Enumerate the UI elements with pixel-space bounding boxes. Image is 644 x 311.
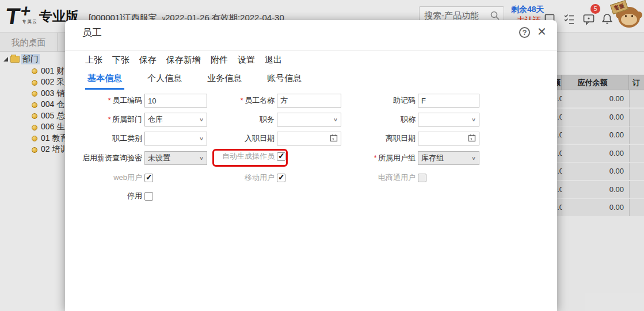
leave-date-field: 离职日期 [342, 132, 479, 145]
form-row: *所属部门仓库∨职务∨职称∨ [65, 113, 557, 128]
position-select[interactable]: ∨ [277, 113, 341, 126]
chevron-down-icon: ∨ [471, 117, 476, 122]
hire-date-field: 入职日期 [209, 132, 341, 145]
exit-button[interactable]: 退出 [265, 55, 282, 66]
dialog-title: 员工 [82, 26, 102, 39]
calendar-icon [468, 134, 476, 144]
salary-query-password-field: 启用薪资查询验密未设置∨ [67, 151, 207, 165]
employee-code-label: *员工编码 [67, 95, 142, 106]
leave-date-label: 离职日期 [342, 133, 416, 144]
web-user-label: web用户 [67, 172, 142, 183]
web-user-field: web用户 [67, 172, 153, 183]
salary-query-password-value: 未设置 [148, 153, 170, 163]
user-group-field: *所属用户组库存组∨ [342, 151, 479, 165]
job-title-select[interactable]: ∨ [418, 113, 479, 126]
title-divider [65, 50, 557, 51]
next-record-button[interactable]: 下张 [112, 55, 129, 66]
close-icon[interactable]: ✕ [537, 25, 547, 39]
tab-personal-info[interactable]: 个人信息 [145, 72, 184, 90]
salary-query-password-label: 启用薪资查询验密 [67, 153, 142, 163]
department-select[interactable]: 仓库∨ [144, 113, 207, 126]
employee-category-field: 职工类别∨ [67, 132, 207, 145]
mobile-user-field: 移动用户 [209, 172, 285, 183]
ecommerce-user-checkbox[interactable] [418, 174, 426, 182]
employee-code-field: *员工编码 [67, 94, 207, 107]
auto-create-operator-checkbox[interactable] [277, 152, 285, 161]
help-icon[interactable]: ? [519, 27, 530, 38]
tab-account-info[interactable]: 账号信息 [265, 72, 304, 90]
job-title-field: 职称∨ [342, 113, 479, 126]
hire-date-input[interactable] [277, 132, 341, 145]
employee-dialog: 员工 ? ✕ 上张下张保存保存新增附件设置退出 基本信息个人信息业务信息账号信息… [65, 20, 557, 311]
mnemonic-code-label: 助记码 [342, 95, 416, 106]
attachment-button[interactable]: 附件 [211, 55, 228, 66]
chevron-down-icon: ∨ [199, 136, 204, 141]
employee-name-field: *员工名称 [209, 94, 341, 107]
required-asterisk: * [240, 97, 243, 105]
prev-record-button[interactable]: 上张 [85, 55, 102, 66]
required-asterisk: * [374, 154, 376, 162]
job-title-label: 职称 [342, 114, 416, 125]
ecommerce-user-label: 电商通用户 [342, 172, 416, 183]
tab-basic-info[interactable]: 基本信息 [85, 72, 124, 90]
user-group-label: *所属用户组 [342, 153, 416, 163]
form-row: *员工编码*员工名称助记码 [65, 94, 557, 109]
disable-employee-label: 停用 [67, 191, 142, 201]
calendar-icon [330, 134, 338, 144]
chevron-down-icon: ∨ [471, 155, 476, 161]
mobile-user-label: 移动用户 [209, 172, 275, 183]
save-button[interactable]: 保存 [139, 55, 157, 66]
form-row: 职工类别∨入职日期离职日期 [65, 132, 557, 147]
salary-query-password-select[interactable]: 未设置∨ [144, 151, 207, 165]
employee-category-label: 职工类别 [67, 133, 142, 144]
form-row: 启用薪资查询验密未设置∨自动生成操作员*所属用户组库存组∨ [65, 151, 557, 166]
disable-employee-checkbox[interactable] [144, 192, 153, 201]
form-row: 停用 [65, 191, 557, 206]
chevron-down-icon: ∨ [199, 155, 204, 161]
ecommerce-user-field: 电商通用户 [342, 172, 426, 183]
employee-code-input[interactable] [144, 94, 207, 107]
auto-create-operator-label: 自动生成操作员 [209, 151, 275, 162]
department-label: *所属部门 [67, 114, 142, 125]
mnemonic-code-input[interactable] [418, 94, 479, 107]
required-asterisk: * [108, 97, 110, 105]
leave-date-input[interactable] [418, 132, 479, 145]
chevron-down-icon: ∨ [199, 117, 204, 122]
mnemonic-code-field: 助记码 [342, 94, 479, 107]
app-screen: T + 专属云 专业版 [000001]江西服宝 ∨ 2022-01-26 有效… [0, 0, 644, 311]
form-row: web用户移动用户电商通用户 [65, 172, 557, 187]
employee-category-select[interactable]: ∨ [144, 132, 207, 145]
disable-employee-field: 停用 [67, 191, 153, 201]
dialog-toolbar: 上张下张保存保存新增附件设置退出 [85, 55, 282, 66]
position-label: 职务 [209, 114, 275, 125]
department-value: 仓库 [148, 114, 163, 125]
dialog-tabs: 基本信息个人信息业务信息账号信息 [85, 72, 304, 90]
tab-business-info[interactable]: 业务信息 [205, 72, 244, 90]
position-field: 职务∨ [209, 113, 341, 126]
user-group-select[interactable]: 库存组∨ [418, 151, 479, 165]
department-field: *所属部门仓库∨ [67, 113, 207, 126]
auto-create-operator-field: 自动生成操作员 [209, 151, 285, 162]
user-group-value: 库存组 [421, 153, 444, 163]
employee-name-input[interactable] [277, 94, 341, 107]
employee-name-label: *员工名称 [209, 95, 275, 106]
required-asterisk: * [108, 116, 110, 124]
web-user-checkbox[interactable] [144, 174, 153, 182]
settings-button[interactable]: 设置 [238, 55, 255, 66]
chevron-down-icon: ∨ [333, 117, 338, 122]
hire-date-label: 入职日期 [209, 133, 275, 144]
save-and-new-button[interactable]: 保存新增 [166, 55, 201, 66]
mobile-user-checkbox[interactable] [277, 174, 285, 182]
